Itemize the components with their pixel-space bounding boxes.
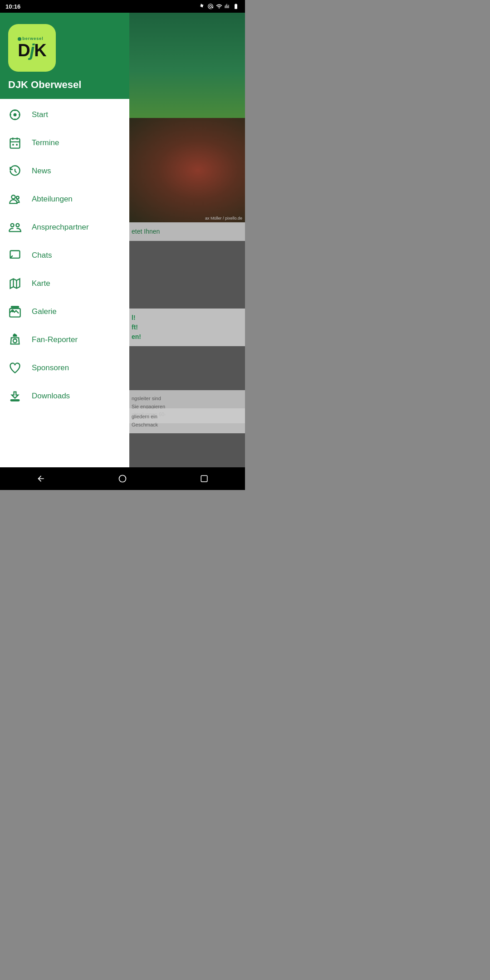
menu-item-fan-reporter[interactable]: + Fan-Reporter — [0, 326, 129, 354]
svg-point-5 — [11, 195, 15, 199]
recents-button[interactable] — [195, 470, 213, 488]
chat-icon — [8, 249, 22, 262]
logo-djk: DjK — [18, 42, 46, 59]
menu-item-abteilungen[interactable]: Abteilungen — [0, 185, 129, 213]
menu-label-news: News — [32, 167, 51, 176]
menu-label-sponsoren: Sponsoren — [32, 363, 69, 372]
settings-icon — [199, 3, 205, 10]
svg-rect-15 — [11, 400, 20, 401]
svg-point-1 — [14, 113, 17, 117]
people-icon — [8, 220, 22, 234]
group-icon — [8, 192, 22, 206]
svg-rect-17 — [201, 475, 207, 482]
svg-rect-3 — [12, 144, 14, 146]
menu-item-galerie[interactable]: Galerie — [0, 298, 129, 326]
menu-label-galerie: Galerie — [32, 307, 57, 316]
menu-label-karte: Karte — [32, 279, 50, 288]
bg-text-label-2: l!ft!en! — [132, 313, 240, 342]
menu-label-start: Start — [32, 110, 48, 119]
download-icon — [8, 389, 22, 403]
menu-item-karte[interactable]: Karte — [0, 270, 129, 298]
nav-bar — [0, 467, 245, 490]
status-bar: 10:16 — [0, 0, 245, 13]
svg-point-7 — [11, 224, 14, 227]
heart-icon — [8, 361, 22, 375]
bg-text-label-1: etet Ihnen — [132, 227, 240, 236]
at-icon — [207, 3, 214, 10]
menu-label-termine: Termine — [32, 138, 59, 147]
map-icon — [8, 277, 22, 290]
menu-item-start[interactable]: Start — [0, 101, 129, 129]
back-button[interactable] — [32, 470, 50, 488]
home-button[interactable] — [113, 470, 132, 488]
drawer-menu: Start Termine N — [0, 99, 129, 467]
bg-image-area: ax Müller / pixello.de — [127, 118, 245, 222]
menu-item-news[interactable]: News — [0, 157, 129, 185]
start-icon — [8, 108, 22, 122]
drawer-title: DJK Oberwesel — [8, 79, 121, 91]
bg-text-label-4: gliedern einGeschmack — [132, 413, 240, 429]
bg-text-1: etet Ihnen — [127, 222, 245, 241]
svg-rect-2 — [10, 139, 20, 148]
camera-icon: + — [8, 333, 22, 347]
history-icon — [8, 164, 22, 178]
logo-oberwesel: berwesel — [18, 37, 46, 41]
gallery-icon — [8, 305, 22, 318]
menu-label-abteilungen: Abteilungen — [32, 195, 73, 204]
nav-drawer: berwesel DjK DJK Oberwesel Start — [0, 13, 129, 467]
calendar-icon — [8, 136, 22, 150]
svg-text:+: + — [14, 333, 16, 338]
wifi-icon — [216, 3, 222, 10]
drawer-header: berwesel DjK DJK Oberwesel — [0, 13, 129, 99]
menu-label-fan-reporter: Fan-Reporter — [32, 335, 78, 344]
menu-item-sponsoren[interactable]: Sponsoren — [0, 354, 129, 382]
bg-text-4: gliedern einGeschmack — [127, 408, 245, 433]
menu-item-ansprechpartner[interactable]: Ansprechpartner — [0, 213, 129, 241]
svg-point-16 — [119, 475, 126, 482]
menu-label-chats: Chats — [32, 251, 52, 260]
photo-credit: ax Müller / pixello.de — [205, 216, 242, 220]
menu-item-downloads[interactable]: Downloads — [0, 382, 129, 410]
svg-rect-4 — [16, 144, 18, 146]
svg-point-13 — [13, 339, 17, 343]
svg-point-6 — [16, 196, 19, 199]
menu-label-ansprechpartner: Ansprechpartner — [32, 223, 89, 232]
app-logo: berwesel DjK — [8, 24, 56, 72]
svg-rect-12 — [11, 306, 19, 307]
logo-inner: berwesel DjK — [18, 37, 46, 59]
svg-point-8 — [16, 224, 19, 227]
menu-item-termine[interactable]: Termine — [0, 129, 129, 157]
bg-text-2: l!ft!en! — [127, 309, 245, 346]
battery-icon — [232, 3, 240, 10]
status-time: 10:16 — [5, 3, 20, 10]
status-icons — [199, 3, 240, 10]
menu-label-downloads: Downloads — [32, 392, 70, 401]
menu-item-chats[interactable]: Chats — [0, 241, 129, 270]
signal-icon — [225, 3, 230, 10]
